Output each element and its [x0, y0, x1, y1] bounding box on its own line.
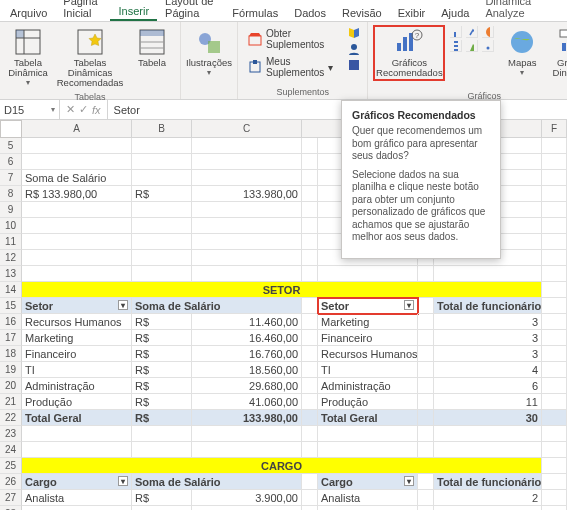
cell-F9[interactable]: [542, 202, 567, 218]
bar-chart-icon[interactable]: [450, 40, 462, 52]
cell-E22[interactable]: 30: [434, 410, 542, 426]
cell-B5[interactable]: [132, 138, 192, 154]
cell-A23[interactable]: [22, 426, 132, 442]
cell-F28[interactable]: [542, 506, 567, 510]
cell-C20[interactable]: 29.680,00: [192, 378, 302, 394]
cell-A13[interactable]: [22, 266, 132, 282]
cell-C23[interactable]: [192, 426, 302, 442]
cell-F13[interactable]: [542, 266, 567, 282]
cell-B26[interactable]: Soma de Salário: [132, 474, 302, 490]
cell-F22[interactable]: [542, 410, 567, 426]
row-header-7[interactable]: 7: [0, 170, 22, 186]
cell-D15[interactable]: Setor▾: [318, 298, 418, 314]
enter-icon[interactable]: ✓: [79, 103, 88, 116]
cell-B23[interactable]: [132, 426, 192, 442]
tab-inserir[interactable]: Inserir: [110, 2, 157, 21]
cell-A19[interactable]: TI: [22, 362, 132, 378]
cell-A24[interactable]: [22, 442, 132, 458]
cell-D16[interactable]: Marketing: [318, 314, 418, 330]
cell-A27[interactable]: Analista: [22, 490, 132, 506]
cell-D28[interactable]: Gerente: [318, 506, 418, 510]
tab-pagina-inicial[interactable]: Página Inicial: [55, 0, 110, 21]
row-header-21[interactable]: 21: [0, 394, 22, 410]
cell-B6[interactable]: [132, 154, 192, 170]
table-button[interactable]: Tabela: [130, 26, 174, 70]
cell-C6[interactable]: [192, 154, 302, 170]
cell-E16[interactable]: 3: [434, 314, 542, 330]
cell-C18[interactable]: 16.760,00: [192, 346, 302, 362]
cell-B15[interactable]: Soma de Salário: [132, 298, 302, 314]
cell-B12[interactable]: [132, 250, 192, 266]
cell-D13[interactable]: [318, 266, 418, 282]
cell-C22[interactable]: 133.980,00: [192, 410, 302, 426]
row-header-19[interactable]: 19: [0, 362, 22, 378]
area-chart-icon[interactable]: [466, 40, 478, 52]
cell-B28[interactable]: R$: [132, 506, 192, 510]
cell-C28[interactable]: 4.500,00: [192, 506, 302, 510]
row-header-6[interactable]: 6: [0, 154, 22, 170]
cell-D17[interactable]: Financeiro: [318, 330, 418, 346]
fx-icon[interactable]: fx: [92, 104, 101, 116]
cell-B21[interactable]: R$: [132, 394, 192, 410]
get-addins-button[interactable]: Obter Suplementos: [244, 26, 337, 52]
cell-C12[interactable]: [192, 250, 302, 266]
recommended-pivot-button[interactable]: Tabelas DinâmicasRecomendadas: [56, 26, 124, 90]
cell-F26[interactable]: [542, 474, 567, 490]
cell-F24[interactable]: [542, 442, 567, 458]
cell-F11[interactable]: [542, 234, 567, 250]
pie-chart-icon[interactable]: [482, 26, 494, 38]
cell-B20[interactable]: R$: [132, 378, 192, 394]
cell-D19[interactable]: TI: [318, 362, 418, 378]
cell-D20[interactable]: Administração: [318, 378, 418, 394]
cancel-icon[interactable]: ✕: [66, 103, 75, 116]
cell-A10[interactable]: [22, 218, 132, 234]
row-header-17[interactable]: 17: [0, 330, 22, 346]
cell-A9[interactable]: [22, 202, 132, 218]
cell-B7[interactable]: [132, 170, 192, 186]
cell-C8[interactable]: 133.980,00: [192, 186, 302, 202]
col-header-B[interactable]: B: [132, 120, 192, 138]
cell-C21[interactable]: 41.060,00: [192, 394, 302, 410]
scatter-chart-icon[interactable]: [482, 40, 494, 52]
maps-button[interactable]: Mapas ▾: [500, 26, 544, 79]
cell-D18[interactable]: Recursos Humanos: [318, 346, 418, 362]
cell-C10[interactable]: [192, 218, 302, 234]
cell-E26[interactable]: Total de funcionários: [434, 474, 542, 490]
row-header-13[interactable]: 13: [0, 266, 22, 282]
cell-E15[interactable]: Total de funcionários: [434, 298, 542, 314]
filter-dropdown-icon[interactable]: ▾: [118, 300, 128, 310]
cell-D26[interactable]: Cargo▾: [318, 474, 418, 490]
cell-C11[interactable]: [192, 234, 302, 250]
cell-C19[interactable]: 18.560,00: [192, 362, 302, 378]
cell-B17[interactable]: R$: [132, 330, 192, 346]
cell-A16[interactable]: Recursos Humanos: [22, 314, 132, 330]
col-header-F[interactable]: F: [542, 120, 567, 138]
cell-D22[interactable]: Total Geral: [318, 410, 418, 426]
cell-E24[interactable]: [434, 442, 542, 458]
tab-layout[interactable]: Layout de Página: [157, 0, 224, 21]
row-header-5[interactable]: 5: [0, 138, 22, 154]
cell-B13[interactable]: [132, 266, 192, 282]
cell-E19[interactable]: 4: [434, 362, 542, 378]
row-header-28[interactable]: 28: [0, 506, 22, 510]
cell-C13[interactable]: [192, 266, 302, 282]
cell-A7[interactable]: Soma de Salário: [22, 170, 132, 186]
cell-F15[interactable]: [542, 298, 567, 314]
cell-B18[interactable]: R$: [132, 346, 192, 362]
cell-E21[interactable]: 11: [434, 394, 542, 410]
cell-C17[interactable]: 16.460,00: [192, 330, 302, 346]
cell-B11[interactable]: [132, 234, 192, 250]
row-header-12[interactable]: 12: [0, 250, 22, 266]
cell-D23[interactable]: [318, 426, 418, 442]
cell-A21[interactable]: Produção: [22, 394, 132, 410]
line-chart-icon[interactable]: [466, 26, 478, 38]
tab-exibir[interactable]: Exibir: [390, 4, 434, 21]
tab-dados[interactable]: Dados: [286, 4, 334, 21]
cell-F18[interactable]: [542, 346, 567, 362]
tab-ajuda[interactable]: Ajuda: [433, 4, 477, 21]
cell-F16[interactable]: [542, 314, 567, 330]
cell-C27[interactable]: 3.900,00: [192, 490, 302, 506]
column-chart-icon[interactable]: [450, 26, 462, 38]
row-header-22[interactable]: 22: [0, 410, 22, 426]
filter-dropdown-icon[interactable]: ▾: [404, 300, 414, 310]
